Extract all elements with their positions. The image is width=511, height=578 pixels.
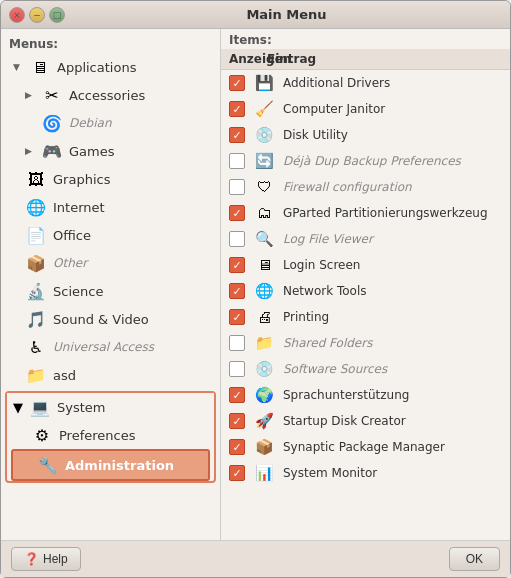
sidebar-item-label: asd — [53, 368, 76, 383]
sidebar-item-asd[interactable]: 📁 asd — [1, 361, 220, 389]
window-controls: × − □ — [9, 7, 65, 23]
list-item: 💿 Software Sources — [221, 356, 510, 382]
sidebar-item-label: Accessories — [69, 88, 145, 103]
item-checkbox-firewall[interactable] — [229, 179, 245, 195]
list-item: 💿 Disk Utility — [221, 122, 510, 148]
printing-icon: 🖨 — [253, 306, 275, 328]
item-label: Additional Drivers — [283, 76, 390, 90]
item-checkbox-startup-disk[interactable] — [229, 413, 245, 429]
sidebar-item-system[interactable]: ▼ 💻 System — [7, 393, 214, 421]
sidebar-item-internet[interactable]: 🌐 Internet — [1, 193, 220, 221]
sound-video-icon: 🎵 — [25, 308, 47, 330]
bottom-bar: ❓ Help OK — [1, 540, 510, 577]
list-item: 🖨 Printing — [221, 304, 510, 330]
applications-icon: 🖥 — [29, 56, 51, 78]
item-label: Déjà Dup Backup Preferences — [283, 154, 461, 168]
expand-arrow-acc: ▶ — [25, 90, 35, 100]
sidebar-item-science[interactable]: 🔬 Science — [1, 277, 220, 305]
list-item: 📦 Synaptic Package Manager — [221, 434, 510, 460]
left-panel: Menus: ▼ 🖥 Applications ▶ ✂️ Accessories… — [1, 29, 221, 540]
accessories-icon: ✂️ — [41, 84, 63, 106]
item-checkbox-system-monitor[interactable] — [229, 465, 245, 481]
help-label: Help — [43, 552, 68, 566]
sidebar-item-label: Graphics — [53, 172, 110, 187]
deja-dup-icon: 🔄 — [253, 150, 275, 172]
item-checkbox-disk-utility[interactable] — [229, 127, 245, 143]
system-monitor-icon: 📊 — [253, 462, 275, 484]
list-item: 🌐 Network Tools — [221, 278, 510, 304]
item-checkbox-deja-dup[interactable] — [229, 153, 245, 169]
preferences-icon: ⚙️ — [31, 424, 53, 446]
system-section: ▼ 💻 System ⚙️ Preferences 🔧 Administrati… — [5, 391, 216, 483]
titlebar: × − □ Main Menu — [1, 1, 510, 29]
sidebar-item-label: Administration — [65, 458, 174, 473]
list-item: 🔍 Log File Viewer — [221, 226, 510, 252]
sidebar-item-administration[interactable]: 🔧 Administration — [11, 449, 210, 481]
sidebar-item-label: Universal Access — [53, 340, 154, 354]
sidebar-item-label: Applications — [57, 60, 136, 75]
item-checkbox-login-screen[interactable] — [229, 257, 245, 273]
item-label: Firewall configuration — [283, 180, 412, 194]
ok-button[interactable]: OK — [449, 547, 500, 571]
list-item: 🔄 Déjà Dup Backup Preferences — [221, 148, 510, 174]
sidebar-item-label: Office — [53, 228, 91, 243]
system-icon: 💻 — [29, 396, 51, 418]
sidebar-item-sound-video[interactable]: 🎵 Sound & Video — [1, 305, 220, 333]
item-label: Shared Folders — [283, 336, 372, 350]
disk-utility-icon: 💿 — [253, 124, 275, 146]
sidebar-item-office[interactable]: 📄 Office — [1, 221, 220, 249]
sidebar-item-label: System — [57, 400, 105, 415]
item-label: Software Sources — [283, 362, 387, 376]
item-checkbox-gparted[interactable] — [229, 205, 245, 221]
computer-janitor-icon: 🧹 — [253, 98, 275, 120]
additional-drivers-icon: 💾 — [253, 72, 275, 94]
col-anzeigen-label: Anzeigen — [229, 52, 259, 66]
items-header: Anzeigen Eintrag — [221, 49, 510, 70]
list-item: 📊 System Monitor — [221, 460, 510, 486]
item-checkbox-printing[interactable] — [229, 309, 245, 325]
sidebar-item-label: Science — [53, 284, 103, 299]
maximize-button[interactable]: □ — [49, 7, 65, 23]
sidebar-item-universal-access[interactable]: ♿ Universal Access — [1, 333, 220, 361]
office-icon: 📄 — [25, 224, 47, 246]
sidebar-item-graphics[interactable]: 🖼 Graphics — [1, 165, 220, 193]
menus-label: Menus: — [1, 33, 220, 53]
item-checkbox-synaptic[interactable] — [229, 439, 245, 455]
sprachunterstutzung-icon: 🌍 — [253, 384, 275, 406]
shared-folders-icon: 📁 — [253, 332, 275, 354]
startup-disk-icon: 🚀 — [253, 410, 275, 432]
item-checkbox-additional-drivers[interactable] — [229, 75, 245, 91]
item-label: Sprachunterstützung — [283, 388, 409, 402]
list-item: 🗂 GParted Partitionierungswerkzeug — [221, 200, 510, 226]
minimize-button[interactable]: − — [29, 7, 45, 23]
sidebar-item-label: Internet — [53, 200, 105, 215]
sidebar-item-preferences[interactable]: ⚙️ Preferences — [7, 421, 214, 449]
system-expand-arrow: ▼ — [13, 400, 23, 415]
item-label: Disk Utility — [283, 128, 348, 142]
list-item: 🖥 Login Screen — [221, 252, 510, 278]
item-checkbox-computer-janitor[interactable] — [229, 101, 245, 117]
graphics-icon: 🖼 — [25, 168, 47, 190]
item-label: Computer Janitor — [283, 102, 385, 116]
main-window: × − □ Main Menu Menus: ▼ 🖥 Applications … — [0, 0, 511, 578]
list-item: 🛡 Firewall configuration — [221, 174, 510, 200]
item-label: Printing — [283, 310, 329, 324]
sidebar-item-applications[interactable]: ▼ 🖥 Applications — [1, 53, 220, 81]
item-label: Network Tools — [283, 284, 366, 298]
close-button[interactable]: × — [9, 7, 25, 23]
item-checkbox-network-tools[interactable] — [229, 283, 245, 299]
help-button[interactable]: ❓ Help — [11, 547, 81, 571]
item-checkbox-log-file-viewer[interactable] — [229, 231, 245, 247]
sidebar-item-debian[interactable]: ▶ 🌀 Debian — [1, 109, 220, 137]
help-icon: ❓ — [24, 552, 39, 566]
sidebar-item-accessories[interactable]: ▶ ✂️ Accessories — [1, 81, 220, 109]
science-icon: 🔬 — [25, 280, 47, 302]
asd-icon: 📁 — [25, 364, 47, 386]
network-tools-icon: 🌐 — [253, 280, 275, 302]
debian-icon: 🌀 — [41, 112, 63, 134]
item-checkbox-shared-folders[interactable] — [229, 335, 245, 351]
sidebar-item-games[interactable]: ▶ 🎮 Games — [1, 137, 220, 165]
item-checkbox-sprachunterstutzung[interactable] — [229, 387, 245, 403]
item-checkbox-software-sources[interactable] — [229, 361, 245, 377]
sidebar-item-other[interactable]: 📦 Other — [1, 249, 220, 277]
